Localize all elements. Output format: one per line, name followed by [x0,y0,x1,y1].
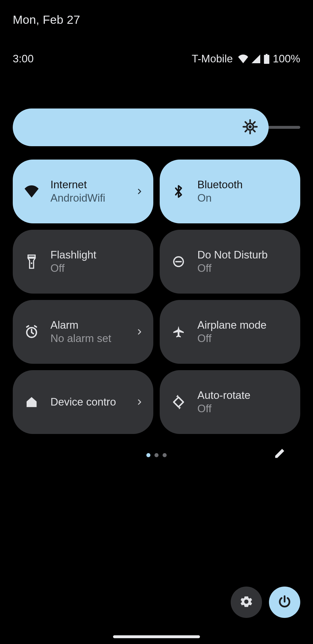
settings-button[interactable] [231,587,262,618]
tile-sub: Off [197,262,292,274]
tile-sub: AndroidWifi [50,192,134,204]
dnd-icon [168,255,189,268]
tile-sub: Off [50,262,145,274]
tile-sub: Off [197,332,292,345]
tile-title: Internet [50,179,134,191]
tile-airplane[interactable]: Airplane mode Off [160,300,300,364]
tile-dnd[interactable]: Do Not Disturb Off [160,230,300,294]
tile-bluetooth[interactable]: Bluetooth On [160,160,300,223]
battery-label: 100% [273,53,300,65]
chevron-right-icon [134,328,145,336]
battery-icon [263,54,270,64]
tile-title: Alarm [50,319,134,331]
brightness-slider[interactable] [13,108,300,146]
tile-flashlight[interactable]: Flashlight Off [13,230,153,294]
tile-alarm[interactable]: Alarm No alarm set [13,300,153,364]
airplane-icon [168,325,189,339]
home-icon [21,395,42,409]
svg-point-1 [249,125,252,129]
alarm-icon [21,325,42,339]
tile-sub: On [197,192,292,204]
wifi-icon [21,185,42,198]
flashlight-icon [21,254,42,269]
pager-dot[interactable] [146,453,150,457]
status-right: T-Mobile 100% [192,53,300,65]
tile-sub: No alarm set [50,332,134,345]
tile-title: Do Not Disturb [197,249,292,261]
pager-dot[interactable] [163,453,167,457]
tile-device-controls[interactable]: Device contro [13,370,153,434]
power-button[interactable] [269,587,300,618]
carrier-label: T-Mobile [192,53,233,65]
tile-sub: Off [197,403,292,415]
wifi-status-icon [238,55,248,63]
time-label: 3:00 [13,53,34,65]
tile-title: Auto-rotate [197,389,292,401]
svg-point-2 [31,262,32,264]
chevron-right-icon [134,398,145,406]
power-icon [277,594,292,610]
footer-actions [231,587,300,618]
tile-title: Bluetooth [197,179,292,191]
date-label: Mon, Feb 27 [0,0,313,27]
tile-title: Flashlight [50,249,145,261]
tile-title: Device contro [50,396,116,408]
brightness-icon [242,119,258,136]
bluetooth-icon [168,184,189,199]
pager [0,448,313,462]
tile-auto-rotate[interactable]: Auto-rotate Off [160,370,300,434]
nav-handle[interactable] [113,635,200,638]
rotate-icon [168,395,189,409]
brightness-fill [13,108,269,146]
gear-icon [239,594,254,610]
edit-button[interactable] [271,444,289,462]
tile-title: Airplane mode [197,319,292,331]
tiles-grid: Internet AndroidWifi Bluetooth On Flashl… [13,160,300,434]
chevron-right-icon [134,188,145,195]
tile-internet[interactable]: Internet AndroidWifi [13,160,153,223]
status-bar: 3:00 T-Mobile 100% [0,53,313,65]
pager-dot[interactable] [154,453,159,457]
cell-signal-icon [251,55,261,63]
